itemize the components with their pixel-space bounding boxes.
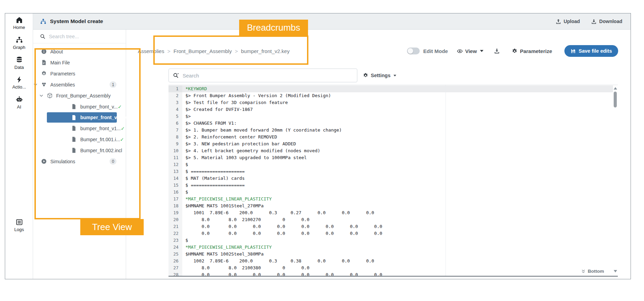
line-text: 1002 7.89E-6 200.0 0.3 0.38 0.0 0.0 0.0	[182, 258, 374, 264]
breadcrumb-segment[interactable]: Assemblies	[138, 48, 164, 54]
line-text: *MAT_PIECEWISE_LINEAR_PLASTICITY	[182, 244, 272, 251]
scroll-to-bottom-link[interactable]: Bottom	[581, 269, 604, 274]
save-icon	[571, 49, 576, 54]
line-number: 14	[168, 175, 182, 182]
tree-item-bumper-frt-001-i[interactable]: Bumper_frt.001.i...✓	[33, 134, 126, 145]
line-text: $> CHANGES FROM V1:	[182, 120, 237, 127]
line-text: $>	[182, 113, 191, 120]
line-text: $HMNAME MATS 1001Steel_270MPa	[182, 203, 264, 209]
download-label: Download	[599, 19, 622, 24]
tree-item-bumper-front-v2-key[interactable]: bumper_front_v2.key	[47, 112, 117, 123]
actions-icon	[16, 76, 23, 83]
tree-item-main-file[interactable]: Main File	[33, 57, 126, 68]
breadcrumb-segment[interactable]: bumper_front_v2.key	[241, 48, 289, 54]
code-line-9: 9$> 3. NEW pedestrian protection bar ADD…	[168, 141, 613, 147]
code-line-22: 22 0.0 0.0 0.0 0.0 0.0 0.0 0.0 0.0	[168, 230, 613, 237]
line-text: $	[182, 189, 188, 196]
tree-item-bumper-front-v1[interactable]: bumper_front_v1...✓	[33, 123, 126, 134]
code-line-3: 3$> Test file for 3D comparison feature	[168, 99, 613, 106]
tree-item-assemblies[interactable]: Assemblies1	[33, 79, 126, 90]
check-icon: ✓	[120, 137, 124, 142]
line-number: 18	[168, 203, 182, 209]
line-number: 25	[168, 251, 182, 258]
page-title: System Model create	[50, 18, 103, 24]
download-file-icon[interactable]	[494, 48, 500, 54]
line-number: 6	[168, 120, 182, 127]
code-line-20: 20 8.0 8.0 2100270 0 0.0	[168, 216, 613, 223]
scrollbar-down-arrow-icon[interactable]	[614, 270, 617, 272]
save-file-edits-button[interactable]: Save file edits	[564, 45, 618, 57]
editor-scrollbar[interactable]	[613, 85, 618, 276]
code-editor[interactable]: 1*KEYWORD2$> Front Bumper Assembly - Ver…	[168, 85, 618, 277]
bottom-label: Bottom	[588, 269, 604, 274]
line-text: $> 2. Reinforcement center REMOVED	[182, 134, 277, 141]
app-frame: HomeGraphDataActio...AILogs System Model…	[5, 13, 631, 279]
page: HomeGraphDataActio...AILogs System Model…	[0, 0, 644, 301]
code-line-6: 6$> CHANGES FROM V1:	[168, 120, 613, 127]
line-number: 20	[168, 216, 182, 223]
rail-item-ai[interactable]: AI	[5, 96, 33, 114]
code-line-8: 8$> 2. Reinforcement center REMOVED	[168, 134, 613, 141]
tree-item-simulations[interactable]: Simulations0	[33, 156, 126, 167]
line-text: 8.0 8.0 2100380 0 0.0	[182, 264, 309, 271]
tree-item-label: Bumper_frt.002.incl	[80, 148, 122, 153]
line-number: 13	[168, 168, 182, 175]
code-line-4: 4$> Created for DVFIV-1867	[168, 106, 613, 113]
download-icon	[591, 19, 597, 24]
code-line-24: 24*MAT_PIECEWISE_LINEAR_PLASTICITY	[168, 244, 613, 251]
code-line-13: 13$ ====================	[168, 168, 613, 175]
parameterize-label: Parameterize	[520, 48, 552, 54]
download-button[interactable]: Download	[591, 19, 622, 24]
parameterize-button[interactable]: Parameterize	[512, 48, 552, 54]
rail-item-logs[interactable]: Logs	[5, 218, 33, 237]
rail-item-actio[interactable]: Actio...	[5, 76, 33, 94]
chevron-down-icon	[33, 82, 38, 87]
tree-item-front-bumper-assembly[interactable]: Front_Bumper_Assembly	[33, 90, 126, 101]
rail-item-graph[interactable]: Graph	[5, 36, 33, 55]
breadcrumb: Assemblies>Front_Bumper_Assembly>bumper_…	[138, 48, 289, 54]
edit-mode-label: Edit Mode	[423, 48, 448, 54]
line-text: 1001 7.89E-6 200.0 0.3 0.27 0.0 0.0 0.0	[182, 209, 374, 216]
code-line-19: 19 1001 7.89E-6 200.0 0.3 0.27 0.0 0.0 0…	[168, 209, 613, 216]
toggle-knob	[408, 48, 413, 54]
view-dropdown[interactable]: View	[457, 48, 483, 54]
line-text: $	[182, 161, 188, 168]
line-text: $> Front Bumper Assembly - Version 2 (Mo…	[182, 92, 331, 99]
count-badge: 0	[110, 158, 116, 165]
line-number: 16	[168, 189, 182, 196]
chevron-down-icon	[39, 93, 44, 98]
line-text: $ ====================	[182, 182, 245, 189]
tree-item-bumper-frt-002-incl[interactable]: Bumper_frt.002.incl	[33, 145, 126, 156]
tree-item-parameters[interactable]: Parameters	[33, 68, 126, 79]
rail-item-data[interactable]: Data	[5, 56, 33, 75]
line-number: 21	[168, 223, 182, 230]
settings-dropdown[interactable]: Settings	[363, 73, 396, 78]
breadcrumb-separator: >	[167, 48, 171, 54]
check-icon: ✓	[118, 104, 122, 110]
line-number: 23	[168, 237, 182, 244]
tree-item-bumper-front-v[interactable]: bumper_front_v...✓	[33, 101, 126, 112]
sitemap-icon	[40, 18, 47, 25]
file-icon	[71, 147, 77, 153]
line-number: 5	[168, 113, 182, 120]
file-toolbar: Edit Mode View Parameterize Save file ed…	[407, 45, 618, 57]
tree-search-input[interactable]	[49, 34, 122, 39]
tree-search-bar	[33, 30, 126, 43]
file-search-row: Settings	[168, 68, 617, 83]
line-number: 10	[168, 147, 182, 154]
line-number: 8	[168, 134, 182, 141]
file-search-input[interactable]	[183, 73, 353, 79]
logs-icon	[16, 218, 23, 226]
scrollbar-thumb[interactable]	[614, 92, 617, 107]
settings-label: Settings	[371, 73, 390, 78]
tree-item-about[interactable]: About	[33, 46, 126, 57]
line-text: $> 4. Left bracket geometry modified (no…	[182, 147, 320, 154]
rail-item-home[interactable]: Home	[5, 16, 33, 35]
scrollbar-up-arrow-icon[interactable]	[614, 87, 617, 90]
edit-mode-toggle[interactable]	[407, 48, 420, 54]
main-content: Assemblies>Front_Bumper_Assembly>bumper_…	[126, 30, 631, 279]
breadcrumb-segment[interactable]: Front_Bumper_Assembly	[173, 48, 232, 54]
line-text: $> 3. NEW pedestrian protection bar ADDE…	[182, 141, 296, 147]
upload-button[interactable]: Upload	[555, 19, 580, 24]
home-icon	[16, 16, 23, 24]
